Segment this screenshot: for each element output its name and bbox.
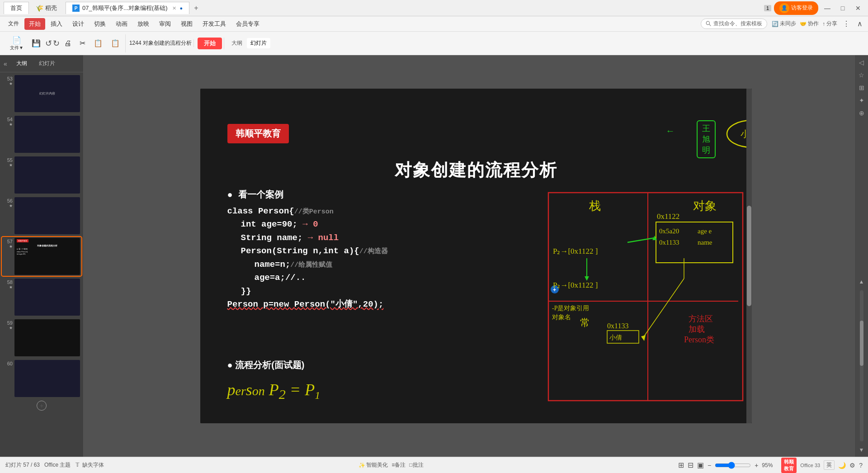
slide-item-53[interactable]: 53 ★ 幻灯片内容 [2,74,81,113]
scrollbar-track[interactable] [746,89,752,423]
status-left: 幻灯片 57 / 63 Office 主题 𝕋 缺失字体 [5,461,104,469]
view-reader-btn[interactable]: ▣ [697,461,704,469]
right-icon-2[interactable]: ⊞ [859,84,864,91]
share-btn[interactable]: ↑ 分享 [822,20,837,28]
paste-btn[interactable]: 📋 [107,38,123,49]
view-grid-btn[interactable]: ⊟ [688,461,693,469]
sidebar-tab-outline[interactable]: 大纲 [12,58,32,69]
collab-btn[interactable]: 🤝 协作 [800,20,819,28]
lang-btn[interactable]: 英 [824,460,835,470]
menu-devtools[interactable]: 开发工具 [198,18,231,30]
new-tab-btn[interactable]: + [189,2,203,14]
slide-item-58[interactable]: 58 ★ [2,278,81,317]
menu-file[interactable]: 文件 [4,18,24,29]
start-group: 开始 [196,38,224,49]
canvas-area: 韩顺平教育 对象创建的流程分析 小明 [84,55,868,457]
slide-thumb-54[interactable] [14,116,80,153]
tab-pin-icon[interactable]: ● [180,5,183,11]
menu-search[interactable]: 查找命令、搜索模板 [701,19,767,29]
collapse-btn[interactable]: « [4,60,7,67]
slide-thumb-57[interactable]: 韩顺平教育 对象创建的流程分析 ● 看一个案例 class Person{ in… [14,238,80,275]
sync-btn[interactable]: 🔄 未同步 [772,20,796,28]
tab-home[interactable]: 首页 [4,2,29,14]
slide-tab[interactable]: 幻灯片 [247,38,270,48]
toolbar: 📄文件▼ 💾 ↺ ↻ 🖨 ✂ 📋 📋 1244 对象创建的流程分析 开始 大纲 … [0,32,868,55]
slide-item-59[interactable]: 59 ★ [2,318,81,357]
copy-btn[interactable]: 📋 [90,38,106,49]
slide-num-55: 55 [4,156,13,163]
zoom-level[interactable]: 95% [762,462,778,468]
tab-wps[interactable]: 🌾 稻壳 [29,2,64,14]
title-bar: 首页 🌾 稻壳 P 07_韩顺平(备序...对象编程(基础) ✕ ● + 1 👤… [0,0,868,16]
slide-content[interactable]: 韩顺平教育 对象创建的流程分析 小明 [200,89,752,423]
slide-thumb-58[interactable] [14,279,80,316]
code-line-3: String name; → null [227,232,535,245]
outline-tab[interactable]: 大纲 [228,38,246,48]
right-icon-scroll-up[interactable]: ▲ [859,279,864,285]
slide-thumb-59[interactable] [14,319,80,356]
expand-btn[interactable]: ∧ [855,19,864,28]
right-icon-scroll-down[interactable]: ▼ [859,447,864,453]
menu-design[interactable]: 设计 [68,18,89,30]
zoom-in-btn[interactable]: + [755,462,758,469]
slide-thumb-60[interactable] [14,360,80,397]
svg-text:常: 常 [580,317,590,328]
night-icon[interactable]: 🌙 [838,462,846,469]
notes-btn[interactable]: ≡备注 [392,461,406,469]
slide-item-57[interactable]: 57 ★ 韩顺平教育 对象创建的流程分析 ● 看一个案例 class Perso… [2,237,81,276]
close-btn[interactable]: ✕ [852,2,864,14]
print-btn[interactable]: 🖨 [61,38,75,49]
menu-vip[interactable]: 会员专享 [231,18,264,30]
menu-view[interactable]: 视图 [176,18,197,30]
review-btn[interactable]: □批注 [409,461,423,469]
wps-icon: 🌾 [36,5,43,12]
scrollbar-v-thumb[interactable] [860,321,863,366]
more-btn[interactable]: ⋮ [841,19,852,28]
menu-insert[interactable]: 插入 [46,18,67,30]
slide-thumb-53[interactable]: 幻灯片内容 [14,75,80,112]
slide-item-56[interactable]: 56 ★ [2,196,81,235]
sidebar-tab-slides[interactable]: 幻灯片 [34,58,60,69]
brand-logo: 韩顺教育 [781,458,797,473]
right-icon-4[interactable]: ⊕ [859,109,864,117]
menu-review[interactable]: 审阅 [155,18,175,30]
right-icon-1[interactable]: ◁ [859,59,864,66]
settings-icon[interactable]: ⚙ [849,462,855,469]
slide-item-54[interactable]: 54 ★ [2,115,81,154]
view-normal-btn[interactable]: ⊞ [678,461,684,469]
visitor-login-btn[interactable]: 👤 访客登录 [774,1,818,15]
menu-animation[interactable]: 动画 [111,18,132,30]
font-info: 𝕋 缺失字体 [75,461,104,469]
add-slide-btn[interactable]: + [37,401,47,411]
scrollbar-thumb[interactable] [747,206,751,306]
save-btn[interactable]: 💾 [28,38,44,49]
redo-btn[interactable]: ↻ [53,38,60,48]
undo-btn[interactable]: ↺ [45,38,52,48]
minimize-btn[interactable]: — [821,2,834,14]
cut-btn[interactable]: ✂ [76,38,89,49]
maximize-btn[interactable]: □ [836,2,849,14]
menu-start[interactable]: 开始 [24,18,45,30]
status-center: ✨ 智能美化 ≡备注 □批注 [359,461,423,469]
right-icon-3[interactable]: ✦ [859,97,864,104]
menu-switch[interactable]: 切换 [90,18,110,30]
search-placeholder: 查找命令、搜索模板 [713,20,762,28]
start-btn[interactable]: 开始 [198,38,222,49]
smart-beauty-btn[interactable]: ✨ 智能美化 [359,461,388,469]
scrollbar-v-track[interactable] [860,290,863,441]
zoom-slider[interactable] [715,462,751,469]
help-icon[interactable]: ? [859,462,863,469]
slide-thumb-55[interactable] [14,156,80,194]
zoom-out-btn[interactable]: − [708,462,711,469]
bullet2: ● 流程分析(面试题) [227,359,305,371]
right-icon-star[interactable]: ☆ [859,71,864,79]
slide-item-60[interactable]: 60 [2,359,81,398]
menu-slideshow[interactable]: 放映 [133,18,154,30]
code-line-5: name=n;//给属性赋值 [227,258,535,271]
svg-text:对象名: 对象名 [552,314,571,321]
tab-close-icon[interactable]: ✕ [172,5,176,11]
slide-thumb-56[interactable] [14,197,80,234]
tab-doc[interactable]: P 07_韩顺平(备序...对象编程(基础) ✕ ● [66,2,189,14]
slide-item-55[interactable]: 55 ★ [2,156,81,194]
file-btn[interactable]: 📄文件▼ [6,34,27,52]
